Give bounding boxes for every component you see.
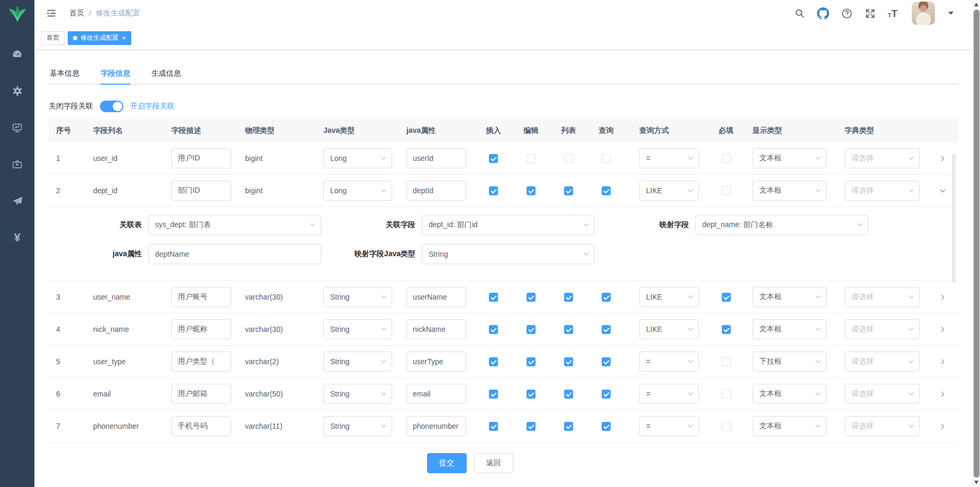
query-type-select[interactable]: =: [639, 384, 699, 404]
required-checkbox[interactable]: [722, 357, 731, 366]
list-checkbox[interactable]: [564, 390, 573, 399]
java-field-input[interactable]: [406, 319, 466, 339]
query-type-select[interactable]: LIKE: [639, 181, 699, 201]
query-type-select[interactable]: =: [639, 351, 699, 372]
java-type-select[interactable]: String: [323, 287, 392, 307]
required-checkbox[interactable]: [722, 325, 731, 334]
query-checkbox[interactable]: [602, 293, 611, 302]
display-type-select[interactable]: 文本框: [752, 416, 827, 436]
java-type-select[interactable]: String: [323, 319, 392, 339]
search-icon[interactable]: [794, 8, 805, 19]
fullscreen-icon[interactable]: [865, 8, 876, 19]
tab-field-info[interactable]: 字段信息: [90, 62, 141, 84]
insert-checkbox[interactable]: [489, 390, 498, 399]
close-icon[interactable]: ×: [122, 34, 126, 41]
query-checkbox[interactable]: [602, 186, 611, 195]
list-checkbox[interactable]: [564, 186, 573, 195]
relation-switch-link[interactable]: 开启字段关联: [130, 102, 175, 111]
sidebar-item-system-settings[interactable]: [12, 85, 23, 97]
expand-row-icon[interactable]: [939, 155, 947, 163]
java-type-select[interactable]: Long: [323, 181, 392, 201]
display-type-select[interactable]: 下拉框: [752, 351, 827, 372]
edit-checkbox[interactable]: [527, 293, 536, 302]
edit-checkbox[interactable]: [527, 390, 536, 399]
relation-toggle[interactable]: [100, 101, 123, 112]
table-inner-scrollbar[interactable]: [952, 154, 956, 283]
java-field-input[interactable]: [148, 244, 321, 264]
description-input[interactable]: [171, 319, 231, 339]
insert-checkbox[interactable]: [489, 293, 498, 302]
required-checkbox[interactable]: [722, 422, 731, 431]
insert-checkbox[interactable]: [489, 422, 498, 431]
dict-type-select[interactable]: 请选择: [845, 351, 920, 372]
tag-home[interactable]: 首页: [41, 31, 65, 45]
list-checkbox[interactable]: [564, 357, 573, 366]
expand-row-icon[interactable]: [939, 422, 947, 430]
description-input[interactable]: [171, 351, 231, 372]
query-checkbox[interactable]: [602, 325, 611, 334]
tag-current-page[interactable]: 修改生成配置 ×: [68, 31, 131, 45]
description-input[interactable]: [171, 148, 231, 168]
java-type-select[interactable]: String: [323, 351, 392, 372]
sidebar-item-system-tool[interactable]: [12, 159, 23, 170]
sidebar-toggle-button[interactable]: [46, 8, 57, 19]
sidebar-item-finance[interactable]: ¥: [14, 232, 20, 243]
query-type-select[interactable]: =: [639, 148, 699, 168]
sidebar-item-system-monitor[interactable]: [12, 122, 23, 133]
java-field-input[interactable]: [406, 148, 466, 168]
edit-checkbox[interactable]: [527, 422, 536, 431]
caret-down-icon[interactable]: [948, 12, 954, 15]
display-type-select[interactable]: 文本框: [752, 181, 827, 201]
java-field-input[interactable]: [406, 416, 466, 436]
required-checkbox[interactable]: [722, 186, 731, 195]
edit-checkbox[interactable]: [527, 186, 536, 195]
java-type-select[interactable]: String: [323, 384, 392, 404]
submit-button[interactable]: 提交: [427, 453, 467, 473]
query-type-select[interactable]: LIKE: [639, 287, 699, 307]
list-checkbox[interactable]: [564, 154, 573, 163]
expand-row-icon[interactable]: [939, 326, 947, 333]
dict-type-select[interactable]: 请选择: [845, 319, 920, 339]
tab-generate-info[interactable]: 生成信息: [141, 62, 192, 84]
app-logo[interactable]: [7, 4, 28, 25]
required-checkbox[interactable]: [722, 390, 731, 399]
query-checkbox[interactable]: [602, 390, 611, 399]
java-field-input[interactable]: [406, 384, 466, 404]
expand-row-icon[interactable]: [939, 390, 947, 398]
list-checkbox[interactable]: [564, 293, 573, 302]
dict-type-select[interactable]: 请选择: [845, 287, 920, 307]
description-input[interactable]: [171, 287, 231, 307]
insert-checkbox[interactable]: [489, 186, 498, 195]
query-checkbox[interactable]: [602, 154, 611, 163]
mapping-column-select[interactable]: dept_name: 部门名称: [695, 215, 868, 235]
required-checkbox[interactable]: [722, 154, 731, 163]
query-checkbox[interactable]: [602, 422, 611, 431]
display-type-select[interactable]: 文本框: [752, 148, 827, 168]
display-type-select[interactable]: 文本框: [752, 384, 827, 404]
help-icon[interactable]: [841, 8, 852, 19]
breadcrumb-home[interactable]: 首页: [69, 8, 84, 18]
github-icon[interactable]: [817, 7, 829, 20]
mapping-java-type-select[interactable]: String: [422, 244, 595, 264]
dict-type-select[interactable]: 请选择: [845, 416, 920, 436]
edit-checkbox[interactable]: [527, 357, 536, 366]
required-checkbox[interactable]: [722, 293, 731, 302]
tab-basic-info[interactable]: 基本信息: [49, 62, 90, 84]
edit-checkbox[interactable]: [527, 325, 536, 334]
list-checkbox[interactable]: [564, 422, 573, 431]
java-type-select[interactable]: Long: [323, 148, 392, 168]
scroll-down-icon[interactable]: [974, 481, 978, 484]
insert-checkbox[interactable]: [489, 154, 498, 163]
display-type-select[interactable]: 文本框: [752, 287, 827, 307]
java-type-select[interactable]: String: [323, 416, 392, 436]
expand-row-icon[interactable]: [939, 358, 947, 366]
insert-checkbox[interactable]: [489, 357, 498, 366]
display-type-select[interactable]: 文本框: [752, 319, 827, 339]
scroll-up-icon[interactable]: [974, 3, 978, 6]
insert-checkbox[interactable]: [489, 325, 498, 334]
sidebar-item-dashboard[interactable]: [12, 49, 23, 60]
dict-type-select[interactable]: 请选择: [845, 384, 920, 404]
query-type-select[interactable]: LIKE: [639, 319, 699, 339]
scrollbar-thumb[interactable]: [974, 10, 979, 477]
java-field-input[interactable]: [406, 287, 466, 307]
